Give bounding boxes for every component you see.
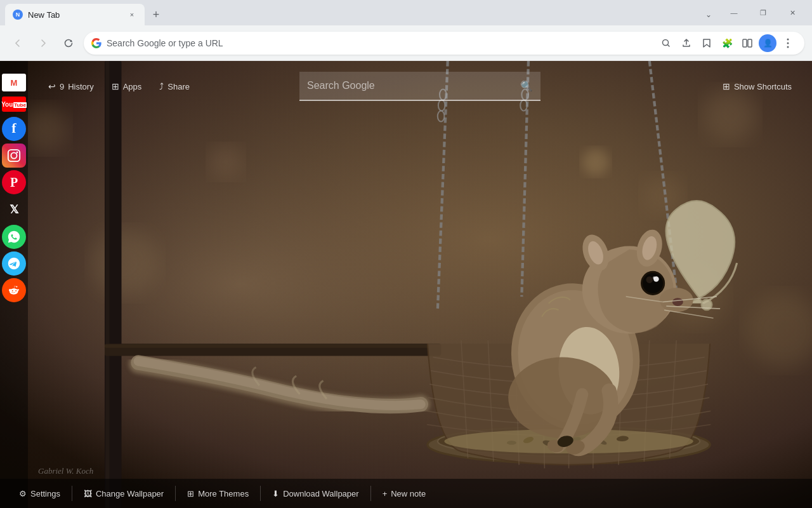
change-wallpaper-button[interactable]: 🖼 Change Wallpaper	[75, 485, 173, 502]
svg-point-63	[672, 298, 683, 306]
address-text: Search Google or type a URL	[107, 38, 652, 48]
settings-button[interactable]: ⚙ Settings	[10, 485, 69, 502]
search-container: 🔍	[28, 61, 812, 112]
tab-list-btn[interactable]: ⌄	[700, 6, 717, 23]
split-screen-icon[interactable]	[738, 34, 756, 52]
svg-point-11	[209, 145, 242, 179]
svg-rect-18	[105, 61, 109, 508]
youtube-icon[interactable]: YouTube	[2, 97, 26, 112]
search-input[interactable]	[307, 80, 515, 91]
twitter-icon[interactable]: 𝕏	[1, 197, 27, 222]
sidebar-icons: M YouTube f P 𝕏	[0, 61, 28, 508]
divider-4	[370, 486, 371, 501]
settings-label: Settings	[30, 489, 60, 498]
svg-point-73	[16, 152, 18, 154]
close-btn[interactable]: ✕	[778, 3, 807, 23]
svg-point-58	[643, 273, 663, 293]
svg-point-10	[91, 229, 159, 297]
menu-icon[interactable]	[779, 34, 797, 52]
instagram-icon[interactable]	[2, 144, 26, 168]
divider-2	[175, 486, 176, 501]
address-bar: Search Google or type a URL 🧩 👤	[0, 25, 812, 61]
new-note-icon: +	[383, 489, 388, 498]
svg-point-4	[787, 38, 789, 40]
settings-icon: ⚙	[19, 489, 27, 498]
more-themes-icon: ⊞	[187, 489, 194, 498]
whatsapp-icon[interactable]	[2, 225, 26, 249]
svg-point-15	[582, 149, 609, 175]
search-addr-icon[interactable]	[657, 34, 675, 52]
squirrel-scene	[0, 61, 812, 508]
svg-point-61	[653, 276, 655, 279]
tab-bar: N New Tab × + ⌄ — ❐ ✕	[0, 0, 812, 25]
svg-rect-20	[105, 344, 441, 347]
divider-1	[72, 486, 72, 501]
tab-title: New Tab	[28, 10, 122, 20]
facebook-icon[interactable]: f	[2, 117, 26, 141]
svg-rect-71	[8, 150, 20, 161]
download-wallpaper-label: Download Wallpaper	[283, 489, 358, 498]
reddit-icon[interactable]	[2, 278, 26, 302]
shortcuts-label: Show Shortcuts	[734, 82, 792, 91]
share-addr-icon[interactable]	[678, 34, 695, 52]
svg-point-72	[11, 152, 16, 158]
new-tab-button[interactable]: +	[147, 6, 165, 23]
search-icon: 🔍	[520, 80, 533, 92]
svg-rect-2	[743, 39, 747, 47]
address-icons: 🧩 👤	[657, 34, 797, 52]
show-shortcuts-button[interactable]: ⊞ Show Shortcuts	[715, 76, 799, 97]
change-wallpaper-icon: 🖼	[84, 489, 92, 498]
svg-point-43	[507, 441, 516, 444]
svg-point-6	[787, 46, 789, 48]
profile-button[interactable]: 👤	[759, 34, 776, 52]
minimize-btn[interactable]: —	[719, 3, 749, 23]
svg-point-59	[646, 276, 653, 283]
refresh-button[interactable]	[58, 33, 79, 53]
tab-close-btn[interactable]: ×	[127, 10, 137, 20]
shortcuts-icon: ⊞	[723, 81, 730, 91]
address-input[interactable]: Search Google or type a URL 🧩 👤	[84, 32, 804, 55]
more-themes-label: More Themes	[198, 489, 249, 498]
download-icon: ⬇	[272, 489, 279, 498]
change-wallpaper-label: Change Wallpaper	[96, 489, 164, 498]
divider-3	[260, 486, 261, 501]
maximize-btn[interactable]: ❐	[749, 3, 778, 23]
tab-bar-right: ⌄	[700, 6, 717, 25]
gmail-icon[interactable]: M	[2, 74, 26, 91]
bottom-bar: ⚙ Settings 🖼 Change Wallpaper ⊞ More The…	[0, 479, 812, 508]
extensions-icon[interactable]: 🧩	[718, 34, 736, 52]
google-logo	[91, 38, 102, 48]
forward-button[interactable]	[33, 33, 53, 53]
back-button[interactable]	[8, 33, 28, 53]
new-note-label: New note	[391, 489, 426, 498]
window-controls: — ❐ ✕	[719, 3, 807, 25]
pinterest-icon[interactable]: P	[2, 170, 26, 194]
active-tab[interactable]: N New Tab ×	[5, 4, 145, 25]
telegram-icon[interactable]	[2, 251, 26, 276]
watermark-text: Gabriel W. Koch	[38, 466, 93, 476]
bookmark-icon[interactable]	[698, 34, 716, 52]
browser-frame: N New Tab × + ⌄ — ❐ ✕	[0, 0, 812, 508]
svg-point-5	[787, 42, 789, 44]
more-themes-button[interactable]: ⊞ More Themes	[178, 485, 258, 502]
search-bar: 🔍	[299, 72, 540, 101]
tab-favicon: N	[13, 10, 23, 20]
new-note-button[interactable]: + New note	[374, 485, 435, 502]
svg-marker-1	[704, 39, 710, 47]
svg-rect-3	[748, 39, 752, 47]
newtab-content: M YouTube f P 𝕏	[0, 61, 812, 508]
download-wallpaper-button[interactable]: ⬇ Download Wallpaper	[263, 485, 367, 502]
